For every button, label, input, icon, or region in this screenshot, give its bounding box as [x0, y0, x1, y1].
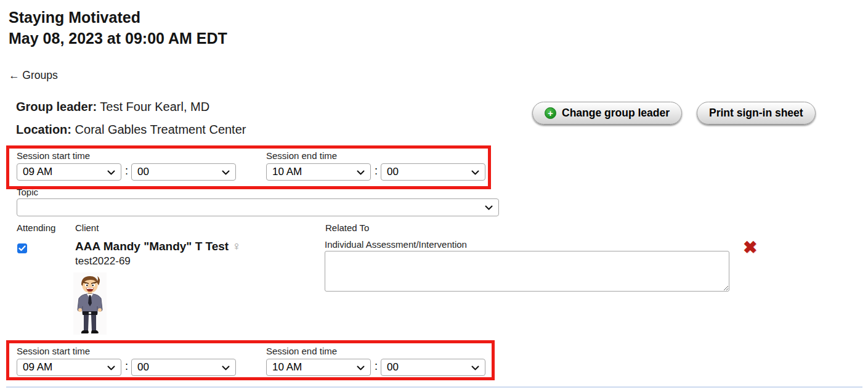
topic-label: Topic — [17, 187, 38, 197]
session-end-minute-value: 00 — [387, 361, 399, 374]
session-start-minute-value: 00 — [137, 361, 149, 374]
client-avatar — [73, 272, 107, 335]
print-sign-in-sheet-button[interactable]: Print sign-in sheet — [697, 102, 816, 125]
attending-header: Attending — [17, 223, 55, 233]
change-group-leader-label: Change group leader — [562, 107, 670, 120]
client-header: Client — [75, 223, 99, 233]
group-datetime: May 08, 2023 at 09:00 AM EDT — [9, 28, 227, 49]
chevron-down-icon — [485, 205, 493, 210]
session-end-time-label: Session end time — [266, 346, 337, 356]
related-to-header: Related To — [325, 223, 369, 233]
group-leader-label: Group leader: — [16, 100, 97, 113]
remove-client-icon[interactable]: ✖ — [743, 239, 757, 257]
session-end-hour-value: 10 AM — [272, 166, 302, 178]
assessment-label: Individual Assessment/Intervention — [325, 239, 467, 250]
session-start-time-label: Session start time — [17, 150, 90, 161]
print-sign-in-sheet-label: Print sign-in sheet — [709, 107, 803, 120]
chevron-down-icon — [357, 170, 365, 175]
change-group-leader-button[interactable]: + Change group leader — [532, 102, 682, 125]
chevron-down-icon — [107, 170, 115, 175]
chevron-down-icon — [471, 365, 479, 370]
group-name: Staying Motivated — [9, 7, 227, 28]
session-end-hour-value: 10 AM — [272, 361, 302, 374]
time-colon: : — [125, 165, 128, 178]
session-end-time-label: Session end time — [266, 150, 337, 161]
chevron-down-icon — [107, 365, 115, 370]
client-id: test2022-69 — [75, 255, 131, 267]
female-icon: ♀ — [232, 239, 241, 253]
section-divider — [6, 386, 862, 388]
session-end-minute-select[interactable]: 00 — [381, 163, 485, 181]
session-start-minute-select-2[interactable]: 00 — [131, 359, 236, 376]
assessment-textarea[interactable] — [325, 251, 729, 292]
plus-icon: + — [545, 107, 556, 119]
chevron-down-icon — [357, 365, 365, 370]
session-start-hour-value: 09 AM — [23, 361, 52, 374]
attending-checkbox[interactable] — [17, 243, 27, 253]
session-start-minute-select[interactable]: 00 — [131, 163, 236, 181]
chevron-down-icon — [222, 170, 230, 175]
group-leader-line: Group leader: Test Four Kearl, MD — [16, 100, 209, 114]
time-colon: : — [125, 360, 128, 373]
session-end-hour-select-2[interactable]: 10 AM — [266, 359, 371, 376]
chevron-down-icon — [222, 365, 230, 370]
page-title: Staying Motivated May 08, 2023 at 09:00 … — [9, 7, 227, 49]
session-start-hour-value: 09 AM — [23, 166, 52, 178]
session-start-time-label: Session start time — [17, 346, 90, 356]
location-value: Coral Gables Treatment Center — [75, 123, 246, 136]
session-start-hour-select[interactable]: 09 AM — [17, 163, 121, 181]
session-start-minute-value: 00 — [137, 166, 149, 178]
group-leader-value: Test Four Kearl, MD — [100, 100, 209, 113]
session-end-minute-value: 00 — [387, 166, 399, 178]
session-time-block-2: Session start time 09 AM : 00 Session en… — [0, 341, 505, 387]
topic-select[interactable] — [17, 198, 499, 216]
client-name: AAA Mandy "Mandy" T Test♀ — [75, 239, 241, 253]
chevron-down-icon — [471, 170, 479, 175]
time-colon: : — [375, 165, 378, 178]
session-time-block-1: Session start time 09 AM : 00 Session en… — [0, 145, 505, 192]
checkmark-icon — [18, 245, 26, 251]
session-end-hour-select[interactable]: 10 AM — [266, 163, 371, 181]
session-start-hour-select-2[interactable]: 09 AM — [17, 359, 121, 376]
time-colon: : — [375, 360, 378, 373]
back-to-groups-link[interactable]: ← Groups — [9, 69, 58, 82]
location-label: Location: — [16, 123, 71, 136]
location-line: Location: Coral Gables Treatment Center — [16, 123, 246, 137]
session-end-minute-select-2[interactable]: 00 — [381, 359, 485, 376]
